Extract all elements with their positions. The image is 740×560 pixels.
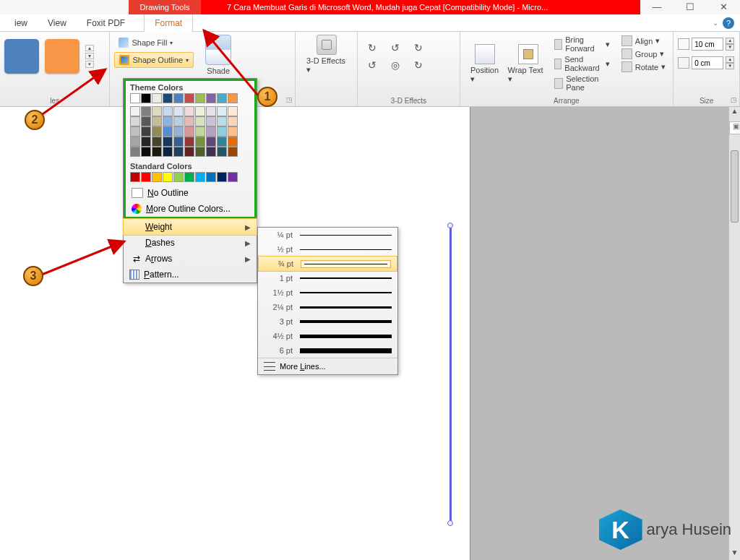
dashes-item[interactable]: Dashes ▶ (124, 235, 257, 251)
size-launcher-icon[interactable]: ◳ (729, 96, 738, 105)
color-swatch[interactable] (173, 172, 184, 182)
scroll-thumb[interactable] (731, 150, 739, 223)
color-swatch[interactable] (163, 126, 173, 137)
pattern-item[interactable]: Pattern... (124, 267, 257, 283)
group-launcher-icon[interactable]: ◳ (285, 96, 293, 105)
maximize-button[interactable]: ☐ (674, 0, 707, 14)
shape-style-blue[interactable] (4, 39, 39, 74)
tab-foxit-pdf[interactable]: Foxit PDF (77, 14, 135, 32)
shadow-effects-button[interactable]: Shade (198, 35, 238, 75)
color-swatch[interactable] (141, 137, 151, 147)
more-lines-item[interactable]: More Lines... (258, 358, 397, 374)
color-swatch[interactable] (173, 126, 184, 137)
color-swatch[interactable] (130, 137, 140, 147)
color-swatch[interactable] (206, 126, 216, 137)
color-swatch[interactable] (173, 147, 184, 157)
color-swatch[interactable] (228, 172, 238, 182)
color-swatch[interactable] (173, 93, 184, 103)
no-outline-item[interactable]: No Outline (126, 185, 254, 201)
color-swatch[interactable] (163, 172, 173, 182)
tilt-center-icon[interactable]: ◎ (385, 58, 405, 72)
color-swatch[interactable] (195, 147, 205, 157)
shape-style-orange[interactable] (45, 39, 79, 74)
align-button[interactable]: Align ▾ (619, 35, 668, 47)
weight-option[interactable]: 1 pt (258, 271, 397, 285)
color-swatch[interactable] (195, 137, 205, 147)
color-swatch[interactable] (184, 93, 194, 103)
width-input[interactable] (692, 56, 723, 69)
inserted-line-shape[interactable] (449, 227, 452, 522)
bring-forward-button[interactable]: Bring Forward ▾ (551, 35, 613, 53)
weight-option[interactable]: ¾ pt (258, 256, 397, 272)
tilt-right-icon[interactable]: ↻ (408, 40, 429, 55)
color-swatch[interactable] (228, 106, 238, 116)
color-swatch[interactable] (152, 172, 162, 182)
color-swatch[interactable] (130, 106, 140, 116)
color-swatch[interactable] (195, 116, 205, 126)
color-swatch[interactable] (141, 147, 151, 157)
color-swatch[interactable] (141, 126, 151, 137)
color-swatch[interactable] (217, 93, 227, 103)
tilt-up-icon[interactable]: ↻ (362, 40, 382, 55)
help-icon[interactable]: ? (723, 17, 734, 29)
color-swatch[interactable] (206, 106, 216, 116)
weight-option[interactable]: 6 pt (258, 343, 397, 358)
color-swatch[interactable] (130, 147, 140, 157)
color-swatch[interactable] (184, 172, 194, 182)
tilt-left-icon[interactable]: ↺ (385, 40, 405, 55)
color-swatch[interactable] (130, 172, 140, 182)
color-swatch[interactable] (206, 93, 216, 103)
weight-item[interactable]: Weight ▶ (123, 218, 257, 236)
width-spinner[interactable]: ▲▼ (726, 56, 734, 69)
color-swatch[interactable] (206, 147, 216, 157)
weight-option[interactable]: 1½ pt (258, 285, 397, 300)
color-swatch[interactable] (228, 126, 238, 137)
color-swatch[interactable] (195, 106, 205, 116)
color-swatch[interactable] (184, 137, 194, 147)
color-swatch[interactable] (173, 116, 184, 126)
color-swatch[interactable] (141, 106, 151, 116)
color-swatch[interactable] (163, 106, 173, 116)
more-outline-colors-item[interactable]: More Outline Colors... (126, 201, 254, 217)
color-swatch[interactable] (228, 147, 238, 157)
ribbon-minimize-icon[interactable]: ⌄ (713, 19, 718, 27)
color-swatch[interactable] (141, 172, 151, 182)
color-swatch[interactable] (152, 137, 162, 147)
color-swatch[interactable] (184, 147, 194, 157)
weight-option[interactable]: ½ pt (258, 242, 397, 257)
send-backward-button[interactable]: Send Backward ▾ (551, 54, 613, 73)
arrows-item[interactable]: ⇄ Arrows ▶ (124, 251, 257, 267)
tab-view[interactable]: View (38, 14, 77, 32)
tilt-extra-icon[interactable]: ↻ (408, 58, 429, 72)
rotate-button[interactable]: Rotate ▾ (619, 61, 668, 73)
shape-outline-button[interactable]: Shape Outline ▾ (114, 52, 194, 68)
color-swatch[interactable] (228, 116, 238, 126)
color-swatch[interactable] (195, 93, 205, 103)
color-swatch[interactable] (228, 137, 238, 147)
color-swatch[interactable] (152, 126, 162, 137)
color-swatch[interactable] (173, 106, 184, 116)
group-button[interactable]: Group ▾ (619, 48, 668, 60)
line-handle-bottom[interactable] (447, 520, 453, 526)
color-swatch[interactable] (130, 116, 140, 126)
shape-fill-button[interactable]: Shape Fill ▾ (114, 35, 194, 51)
color-swatch[interactable] (217, 172, 227, 182)
weight-option[interactable]: 3 pt (258, 314, 397, 329)
color-swatch[interactable] (163, 137, 173, 147)
minimize-button[interactable]: — (640, 0, 674, 14)
color-swatch[interactable] (141, 116, 151, 126)
color-swatch[interactable] (217, 137, 227, 147)
color-swatch[interactable] (152, 147, 162, 157)
color-swatch[interactable] (152, 93, 162, 103)
line-handle-top[interactable] (447, 223, 453, 228)
color-swatch[interactable] (206, 137, 216, 147)
color-swatch[interactable] (163, 147, 173, 157)
color-swatch[interactable] (184, 106, 194, 116)
scroll-up-icon[interactable]: ▲ (729, 107, 740, 119)
wrap-text-button[interactable]: Wrap Text ▾ (508, 35, 548, 92)
color-swatch[interactable] (130, 126, 140, 137)
height-spinner[interactable]: ▲▼ (726, 38, 734, 51)
height-input[interactable] (692, 38, 723, 51)
color-swatch[interactable] (206, 172, 216, 182)
color-swatch[interactable] (163, 116, 173, 126)
